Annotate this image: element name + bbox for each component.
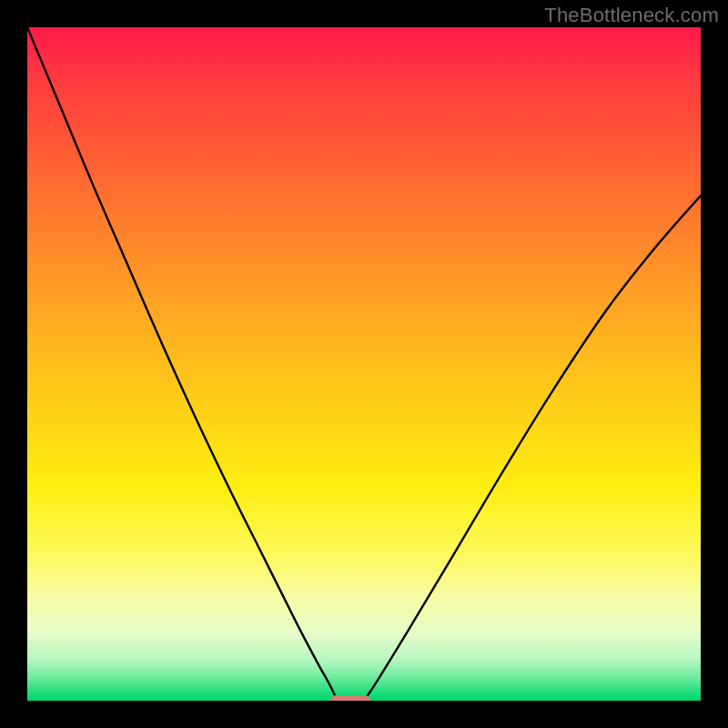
chart-frame: TheBottleneck.com [0, 0, 728, 728]
watermark-text: TheBottleneck.com [544, 4, 719, 27]
bottleneck-marker [330, 695, 370, 701]
left-curve [27, 27, 337, 701]
right-curve [364, 196, 701, 701]
curves-svg [27, 27, 701, 701]
plot-area [27, 27, 701, 701]
